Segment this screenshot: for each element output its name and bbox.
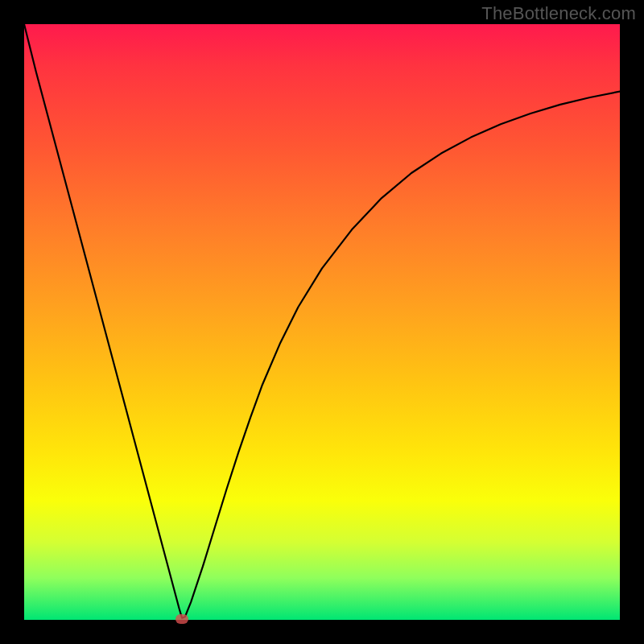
watermark-label: TheBottleneck.com <box>481 3 636 24</box>
minimum-marker <box>175 614 188 624</box>
chart-frame: TheBottleneck.com <box>0 0 644 644</box>
chart-gradient-area <box>24 24 620 620</box>
chart-curve <box>24 24 620 620</box>
